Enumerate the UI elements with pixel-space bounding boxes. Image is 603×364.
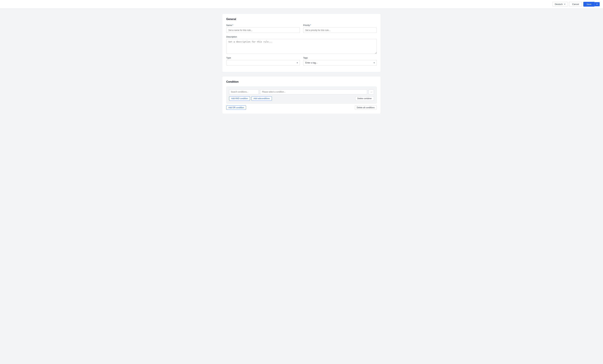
condition-title: Condition — [226, 80, 377, 83]
type-select-wrapper: ▼ — [226, 60, 300, 66]
bottom-actions: Add OR condition Delete all conditions — [226, 105, 377, 110]
description-group: Description — [226, 35, 377, 54]
top-bar: Deutsch ▼ Cancel Save ▼ — [0, 0, 603, 9]
priority-required: * — [310, 24, 311, 26]
name-priority-row: Name* Priority* — [226, 24, 377, 33]
priority-label: Priority* — [303, 24, 377, 26]
condition-more-button[interactable]: ··· — [369, 90, 374, 94]
type-select[interactable] — [226, 60, 300, 66]
type-group: Type ▼ — [226, 57, 300, 66]
save-button-group: Save ▼ — [583, 2, 600, 7]
add-and-condition-button[interactable]: Add AND condition — [229, 96, 250, 101]
priority-group: Priority* — [303, 24, 377, 33]
condition-actions-left: Add AND condition Add subconditions — [229, 96, 272, 101]
add-subconditions-button[interactable]: Add subconditions — [251, 96, 272, 101]
name-label: Name* — [226, 24, 300, 26]
delete-all-conditions-button[interactable]: Delete all conditions — [355, 105, 377, 110]
main-content: General Name* Priority* Description — [219, 9, 384, 123]
tags-select-wrapper: Enter a tag... ▼ — [303, 60, 377, 66]
priority-input[interactable] — [303, 27, 377, 33]
dots-icon: ··· — [370, 91, 372, 93]
tags-select[interactable]: Enter a tag... — [303, 60, 377, 66]
description-input[interactable] — [226, 39, 377, 54]
delete-container-button[interactable]: Delete container — [355, 96, 374, 101]
save-dropdown-chevron-icon: ▼ — [596, 3, 598, 5]
language-chevron-icon: ▼ — [564, 3, 566, 5]
condition-card: Condition ··· Add AND condition Add subc… — [222, 76, 381, 114]
condition-search-row: ··· — [229, 90, 374, 94]
condition-container: ··· Add AND condition Add subconditions … — [226, 87, 377, 103]
type-tags-row: Type ▼ Tags Enter a tag... ▼ — [226, 57, 377, 66]
general-card: General Name* Priority* Description — [222, 13, 381, 72]
condition-actions: Add AND condition Add subconditions Dele… — [229, 96, 374, 101]
type-label: Type — [226, 57, 300, 59]
save-dropdown-button[interactable]: ▼ — [594, 2, 600, 6]
cancel-button[interactable]: Cancel — [569, 2, 582, 7]
condition-search-input[interactable] — [229, 90, 259, 94]
save-button[interactable]: Save — [583, 2, 594, 7]
condition-select-input[interactable] — [260, 90, 367, 94]
description-label: Description — [226, 35, 377, 38]
add-or-condition-button[interactable]: Add OR condition — [226, 105, 246, 110]
name-group: Name* — [226, 24, 300, 33]
language-selector[interactable]: Deutsch ▼ — [553, 2, 568, 7]
name-required: * — [232, 24, 233, 26]
tags-group: Tags Enter a tag... ▼ — [303, 57, 377, 66]
name-input[interactable] — [226, 27, 300, 33]
general-title: General — [226, 18, 377, 21]
language-label: Deutsch — [555, 3, 563, 5]
tags-label: Tags — [303, 57, 377, 59]
